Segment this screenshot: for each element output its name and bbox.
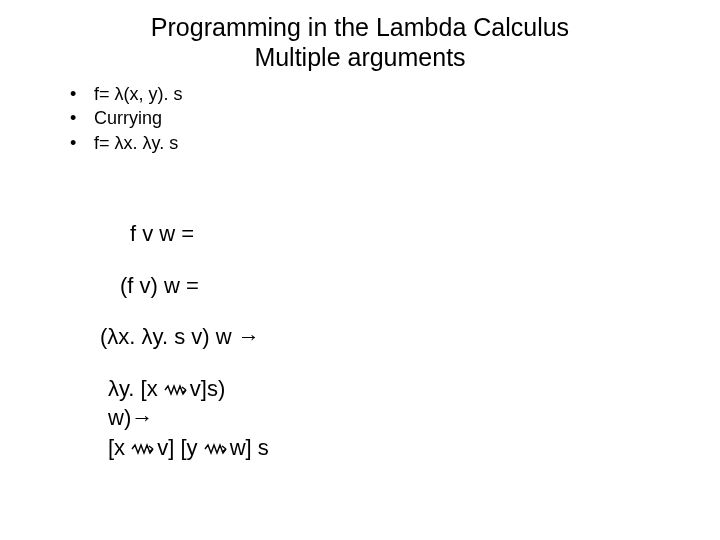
title-line-2: Multiple arguments bbox=[0, 42, 720, 72]
derivation-block: f v w = (f v) w = (λx. λy. s v) w → λy. … bbox=[100, 220, 269, 461]
text-fragment: v] [y bbox=[157, 435, 203, 460]
slide-title: Programming in the Lambda Calculus Multi… bbox=[0, 0, 720, 72]
bullet-icon: • bbox=[70, 131, 94, 155]
text-fragment: λy. [x bbox=[108, 376, 164, 401]
derivation-line: (f v) w = bbox=[120, 272, 269, 300]
text-fragment: v]s) bbox=[190, 376, 225, 401]
reduces-to-icon: → bbox=[238, 324, 260, 349]
bullet-text: f= λx. λy. s bbox=[94, 131, 178, 155]
list-item: • f= λx. λy. s bbox=[70, 131, 183, 155]
title-line-1: Programming in the Lambda Calculus bbox=[0, 12, 720, 42]
text-fragment: w] s bbox=[230, 435, 269, 460]
bullet-icon: • bbox=[70, 106, 94, 130]
mapsto-squiggle-icon bbox=[204, 443, 230, 455]
slide: Programming in the Lambda Calculus Multi… bbox=[0, 0, 720, 540]
derivation-line: (λx. λy. s v) w → bbox=[100, 323, 269, 351]
mapsto-squiggle-icon bbox=[131, 443, 157, 455]
text-fragment: (λx. λy. s v) w bbox=[100, 324, 238, 349]
bullet-text: f= λ(x, y). s bbox=[94, 82, 183, 106]
bullet-list: • f= λ(x, y). s • Currying • f= λx. λy. … bbox=[70, 82, 183, 155]
derivation-line: λy. [x v]s) bbox=[108, 375, 269, 403]
derivation-line: [x v] [y w] s bbox=[108, 434, 269, 462]
mapsto-squiggle-icon bbox=[164, 384, 190, 396]
bullet-text: Currying bbox=[94, 106, 162, 130]
list-item: • Currying bbox=[70, 106, 183, 130]
list-item: • f= λ(x, y). s bbox=[70, 82, 183, 106]
bullet-icon: • bbox=[70, 82, 94, 106]
text-fragment: [x bbox=[108, 435, 131, 460]
derivation-line: w)→ bbox=[108, 404, 269, 432]
derivation-line: f v w = bbox=[130, 220, 269, 248]
